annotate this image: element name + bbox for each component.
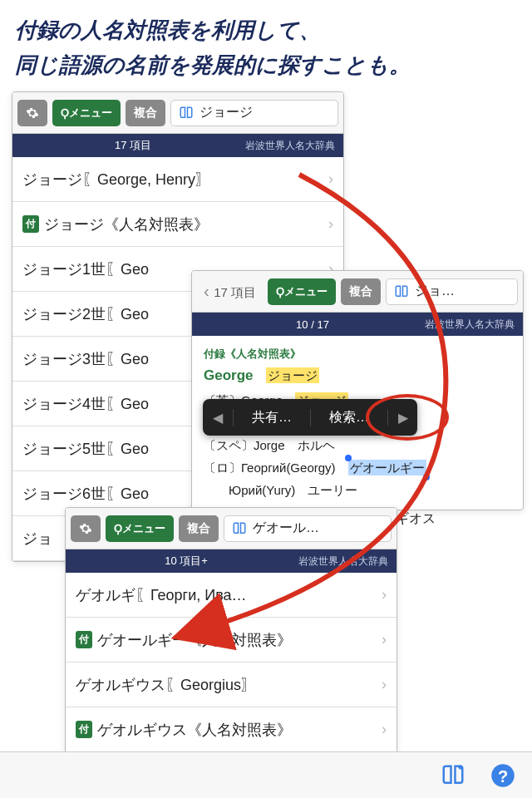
list-item[interactable]: 付ゲオールギー《人名対照表》› [66,618,397,663]
chevron-right-icon: › [328,170,333,188]
menu-button[interactable]: Ϙメニュー [52,100,121,126]
chevron-right-icon: › [382,676,387,693]
back-button[interactable]: ‹ 17 項目 [197,282,263,301]
menu-button[interactable]: Ϙメニュー [268,278,336,305]
chevron-right-icon: › [328,215,333,233]
bookmark-add-icon[interactable] [441,763,466,788]
overflow-text: ギオス [396,510,436,528]
annotation-circle [366,394,449,441]
toolbar: ‹ 17 項目 Ϙメニュー 複合 ジョ… [192,271,523,313]
prev-arrow[interactable]: ◀ [203,410,233,426]
row-text: ジョージ〖George, Henry〗 [22,170,328,190]
name-variant-line: 〔スペ〕Jorge ホルヘ [204,434,511,456]
list-item[interactable]: ジョージ〖George, Henry〗› [12,157,343,202]
svg-text:?: ? [498,766,508,785]
row-text: ゲオールギー《人名対照表》 [97,630,382,650]
bottom-bar: ? [0,751,532,798]
help-icon[interactable]: ? [490,763,515,788]
panel-detail: ‹ 17 項目 Ϙメニュー 複合 ジョ… 10 / 17 岩波世界人名大辞典 付… [191,270,524,510]
source-label: 岩波世界人名大辞典 [245,139,335,153]
count-text: 10 項目+ [74,554,298,569]
chevron-right-icon: › [382,631,387,648]
chevron-right-icon: › [382,721,387,738]
compound-button[interactable]: 複合 [179,515,219,542]
count-bar: 10 / 17 岩波世界人名大辞典 [192,313,523,336]
entry-name-jp: ジョージ [266,367,319,383]
appendix-badge: 付 [76,631,92,648]
chevron-right-icon: › [382,586,387,603]
entry-name-en: George [204,367,254,383]
list-item[interactable]: ゲオルギ〖Георги, Ива…› [66,573,397,618]
count-bar: 10 項目+ 岩波世界人名大辞典 [66,549,397,573]
name-variant-line: 〔ロ〕Георгий(Georgy) ゲオールギー [204,456,511,479]
row-text: ゲオルギ〖Георги, Ива… [76,585,382,605]
appendix-header: 付録《人名対照表》 [204,344,511,363]
row-text: ゲオルギウス〖Georgius〗 [76,675,382,695]
toolbar: Ϙメニュー 複合 ジョージ [12,92,343,134]
share-option[interactable]: 共有… [233,409,310,426]
source-label: 岩波世界人名大辞典 [425,318,515,332]
search-input[interactable]: ゲオール… [224,515,392,542]
appendix-badge: 付 [76,721,92,738]
count-bar: 17 項目 岩波世界人名大辞典 [12,134,343,157]
search-input[interactable]: ジョージ [170,100,338,126]
toolbar: Ϙメニュー 複合 ゲオール… [66,508,397,549]
compound-button[interactable]: 複合 [126,100,165,126]
compound-button[interactable]: 複合 [341,278,381,305]
search-text: ジョ… [415,283,455,300]
menu-button[interactable]: Ϙメニュー [106,515,174,542]
appendix-badge: 付 [22,215,39,233]
search-text: ゲオール… [253,520,319,537]
search-input[interactable]: ジョ… [386,278,518,305]
caption-line1: 付録の人名対照表を利用して、 [15,13,517,48]
book-icon [393,284,410,299]
count-text: 17 項目 [21,138,245,153]
row-text: ジョージ《人名対照表》 [44,214,328,234]
book-icon [178,106,195,121]
row-text: ゲオルギウス《人名対照表》 [97,720,382,740]
settings-button[interactable] [17,100,47,126]
list-item[interactable]: 付ゲオルギウス《人名対照表》› [66,707,397,752]
name-variant-line: Юрий(Yury) ユーリー [204,479,511,501]
search-text: ジョージ [200,104,253,121]
list-item[interactable]: ゲオルギウス〖Georgius〗› [66,663,397,707]
settings-button[interactable] [71,515,101,542]
book-icon [231,521,248,536]
position-text: 10 / 17 [200,318,425,331]
source-label: 岩波世界人名大辞典 [298,554,388,569]
caption-line2: 同じ語源の名前を発展的に探すことも。 [15,48,517,83]
list-item[interactable]: 付ジョージ《人名対照表》› [12,202,343,247]
